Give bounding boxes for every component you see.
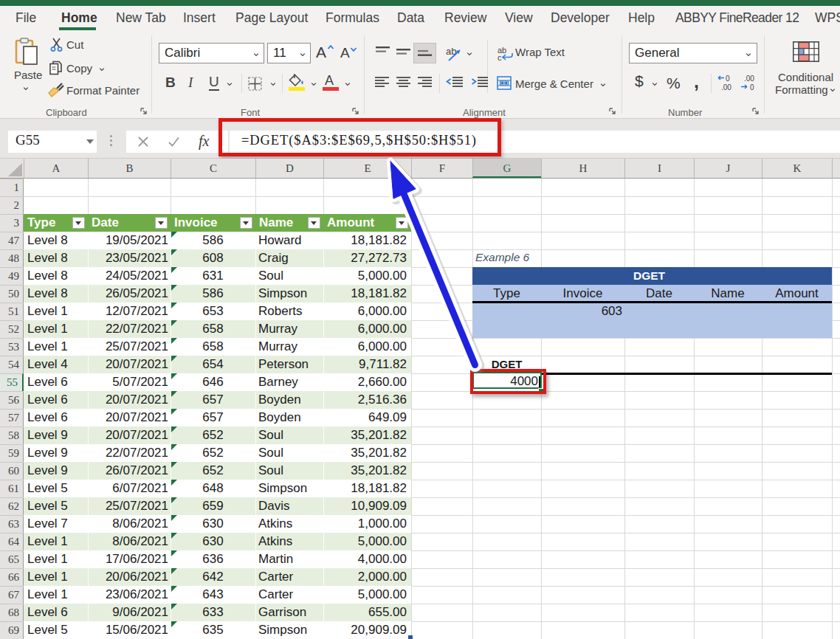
- svg-text:0: 0: [750, 83, 754, 91]
- svg-text:0: 0: [726, 75, 730, 83]
- svg-text:.00: .00: [744, 75, 754, 83]
- svg-text:.00: .00: [721, 83, 731, 91]
- svg-text:c: c: [498, 53, 502, 61]
